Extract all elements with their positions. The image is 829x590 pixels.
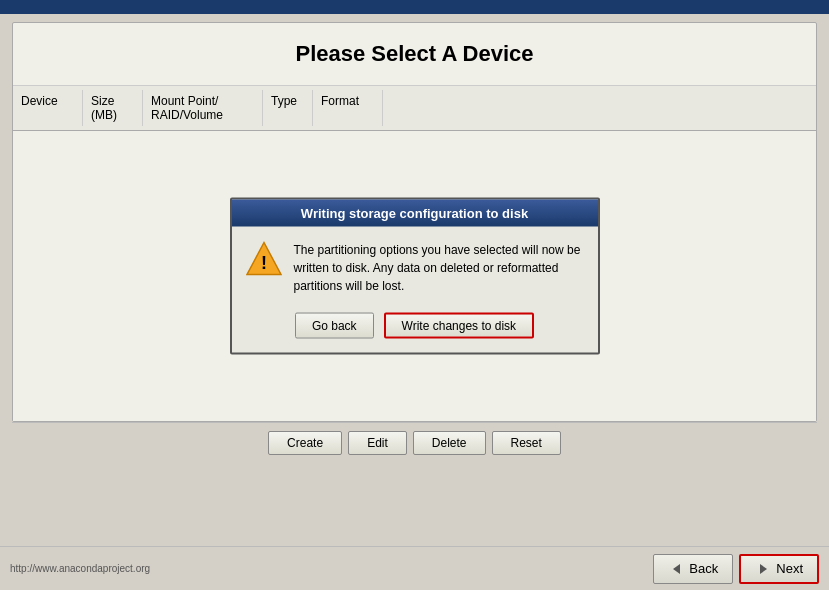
col-format-header: Format (313, 90, 383, 126)
main-panel: Please Select A Device Device Size (MB) … (12, 22, 817, 422)
next-button[interactable]: Next (739, 554, 819, 584)
go-back-button[interactable]: Go back (295, 313, 374, 339)
top-bar (0, 0, 829, 14)
nav-buttons: Back Next (653, 554, 819, 584)
dialog-body: ! The partitioning options you have sele… (232, 227, 598, 305)
dialog-buttons: Go back Write changes to disk (232, 305, 598, 353)
col-device-header: Device (13, 90, 83, 126)
dialog: Writing storage configuration to disk ! … (230, 198, 600, 355)
page-title: Please Select A Device (23, 41, 806, 67)
title-section: Please Select A Device (13, 23, 816, 86)
reset-button[interactable]: Reset (492, 431, 561, 455)
back-label: Back (689, 561, 718, 576)
delete-button[interactable]: Delete (413, 431, 486, 455)
col-size-header: Size (MB) (83, 90, 143, 126)
edit-button[interactable]: Edit (348, 431, 407, 455)
dialog-message: The partitioning options you have select… (294, 241, 584, 295)
back-arrow-icon (668, 561, 684, 577)
dialog-title-bar: Writing storage configuration to disk (232, 200, 598, 227)
table-body: Writing storage configuration to disk ! … (13, 131, 816, 421)
next-arrow-icon (755, 561, 771, 577)
back-button[interactable]: Back (653, 554, 733, 584)
write-changes-button[interactable]: Write changes to disk (384, 313, 535, 339)
nav-bar: http://www.anacondaproject.org Back Next (0, 546, 829, 590)
create-button[interactable]: Create (268, 431, 342, 455)
next-label: Next (776, 561, 803, 576)
svg-text:!: ! (261, 253, 267, 273)
col-type-header: Type (263, 90, 313, 126)
warning-icon: ! (246, 241, 282, 277)
table-header: Device Size (MB) Mount Point/ RAID/Volum… (13, 86, 816, 131)
nav-url: http://www.anacondaproject.org (10, 563, 150, 574)
col-mount-header: Mount Point/ RAID/Volume (143, 90, 263, 126)
bottom-toolbar: Create Edit Delete Reset (12, 422, 817, 463)
